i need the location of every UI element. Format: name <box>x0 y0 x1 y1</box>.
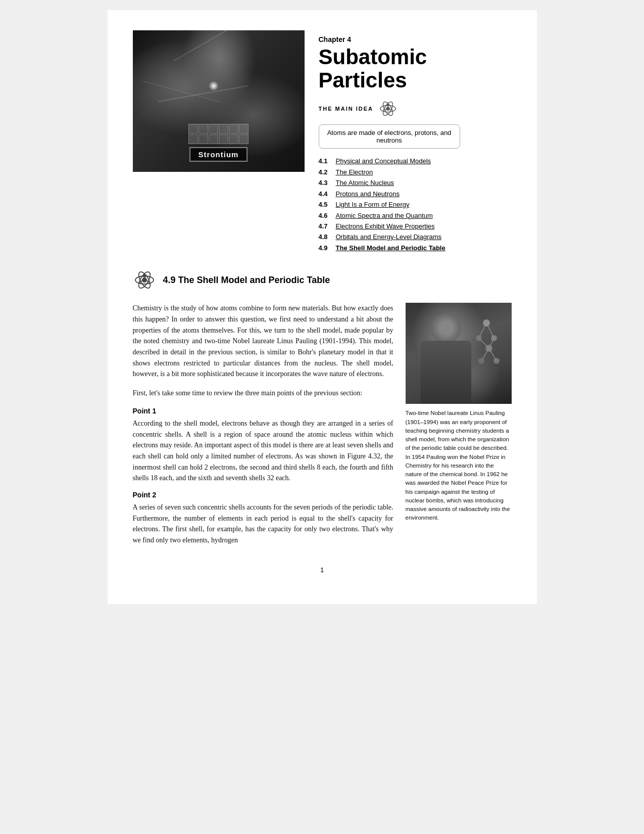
svg-point-0 <box>386 107 390 111</box>
chapter-title: Subatomic Particles <box>319 45 512 92</box>
svg-point-23 <box>485 345 492 352</box>
toc-item: 4.7Electrons Exhibit Wave Properties <box>319 221 512 231</box>
point-1-heading: Point 1 <box>133 407 393 415</box>
point-1-text: According to the shell model, electrons … <box>133 418 393 484</box>
svg-point-6 <box>383 109 386 111</box>
top-section: Strontium Chapter 4 Subatomic Particles … <box>133 30 512 253</box>
page-number: 1 <box>133 566 512 574</box>
toc-item-label: Light Is a Form of Energy <box>336 199 410 210</box>
section-header: 4.9 The Shell Model and Periodic Table <box>133 268 512 292</box>
element-grid <box>188 124 249 144</box>
point-2-text: A series of seven such concentric shells… <box>133 502 393 546</box>
svg-point-7 <box>142 277 147 283</box>
particle-trail-3 <box>158 85 247 102</box>
main-idea-box: Atoms are made of electrons, protons, an… <box>319 124 460 149</box>
svg-point-22 <box>491 335 497 341</box>
toc-item: 4.9The Shell Model and Periodic Table <box>319 243 512 253</box>
point-2: Point 2 A series of seven such concentri… <box>133 491 393 546</box>
person-head <box>431 313 461 343</box>
toc-item-num: 4.4 <box>319 189 333 199</box>
sidebar: Two-time Nobel laureate Linus Pauling (1… <box>406 303 512 545</box>
intro-paragraph: Chemistry is the study of how atoms comb… <box>133 303 393 380</box>
toc-item: 4.8Orbitals and Energy-Level Diagrams <box>319 231 512 242</box>
section-title: 4.9 The Shell Model and Periodic Table <box>163 275 330 286</box>
content-area: Chemistry is the study of how atoms comb… <box>133 303 512 545</box>
molecule-model <box>464 318 509 379</box>
svg-point-25 <box>493 358 500 364</box>
toc-item-num: 4.2 <box>319 167 333 177</box>
svg-point-4 <box>387 104 389 107</box>
point-1: Point 1 According to the shell model, el… <box>133 407 393 484</box>
toc-item-label: Physical and Conceptual Models <box>336 156 431 166</box>
toc-item: 4.4Protons and Neutrons <box>319 189 512 199</box>
toc-item: 4.2The Electron <box>319 167 512 177</box>
page: Strontium Chapter 4 Subatomic Particles … <box>108 10 537 604</box>
toc-item: 4.6Atomic Spectra and the Quantum <box>319 210 512 221</box>
strontium-label: Strontium <box>189 147 248 162</box>
toc-item-label: The Atomic Nucleus <box>336 177 394 188</box>
particle-trail-1 <box>173 30 261 62</box>
toc-item-num: 4.1 <box>319 156 333 166</box>
toc-item-label: The Shell Model and Periodic Table <box>336 243 445 253</box>
chapter-number: Chapter 4 <box>319 35 512 43</box>
bright-spot <box>209 81 219 91</box>
toc-item-num: 4.3 <box>319 177 333 188</box>
main-idea-label: THE MAIN IDEA <box>319 106 374 112</box>
toc-item: 4.5Light Is a Form of Energy <box>319 199 512 210</box>
section-atom-icon <box>133 268 156 292</box>
sidebar-caption: Two-time Nobel laureate Linus Pauling (1… <box>406 409 512 522</box>
svg-point-11 <box>143 274 146 277</box>
sidebar-photo-inner <box>406 303 512 404</box>
toc-item-num: 4.5 <box>319 199 333 210</box>
toc-item-label: Atomic Spectra and the Quantum <box>336 210 433 221</box>
toc-item-num: 4.8 <box>319 231 333 242</box>
svg-point-12 <box>147 280 150 283</box>
toc-item-label: The Electron <box>336 167 373 177</box>
chapter-info: Chapter 4 Subatomic Particles THE MAIN I… <box>305 30 512 253</box>
toc-list: 4.1Physical and Conceptual Models4.2The … <box>319 156 512 253</box>
chapter-image-inner: Strontium <box>133 30 305 172</box>
toc-item-num: 4.6 <box>319 210 333 221</box>
atom-icon <box>378 99 398 118</box>
toc-item-num: 4.9 <box>319 243 333 253</box>
svg-point-21 <box>476 335 482 341</box>
toc-item-label: Electrons Exhibit Wave Properties <box>336 221 435 231</box>
svg-point-24 <box>478 358 484 364</box>
toc-item-label: Orbitals and Energy-Level Diagrams <box>336 231 442 242</box>
svg-point-20 <box>483 319 490 327</box>
toc-item: 4.3The Atomic Nucleus <box>319 177 512 188</box>
svg-point-13 <box>139 280 142 283</box>
review-lead: First, let's take some time to review th… <box>133 388 393 399</box>
sidebar-photo <box>406 303 512 404</box>
toc-item-num: 4.7 <box>319 221 333 231</box>
svg-point-5 <box>390 109 392 111</box>
chapter-image: Strontium <box>133 30 305 172</box>
toc-item-label: Protons and Neutrons <box>336 189 400 199</box>
main-text: Chemistry is the study of how atoms comb… <box>133 303 393 545</box>
point-2-heading: Point 2 <box>133 491 393 499</box>
main-idea-row: THE MAIN IDEA <box>319 99 512 118</box>
toc-item: 4.1Physical and Conceptual Models <box>319 156 512 166</box>
